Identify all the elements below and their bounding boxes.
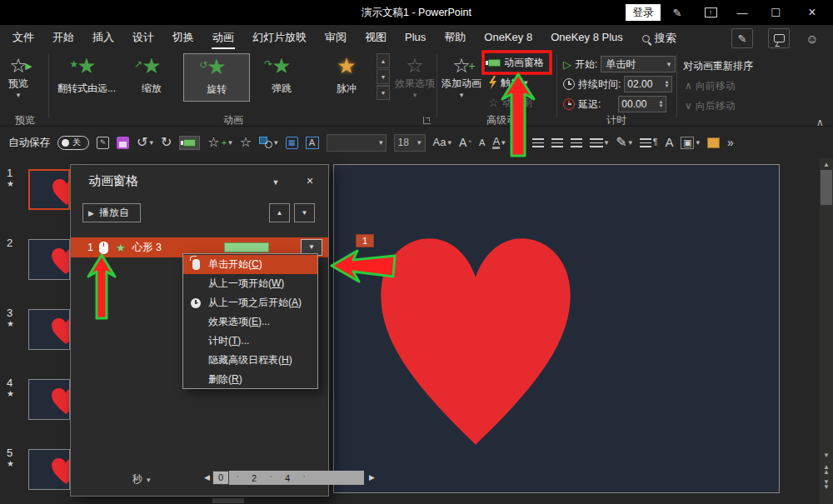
slide-thumbnail-1[interactable] <box>28 169 70 210</box>
menu-item-隐藏高级日程表[interactable]: 隐藏高级日程表(H) <box>183 351 317 370</box>
change-case-button[interactable]: Aa▾ <box>433 136 451 149</box>
horizontal-scrollbar-thumb[interactable] <box>212 498 244 503</box>
qat-add-animation-button[interactable]: ☆+▾ <box>207 136 232 149</box>
gallery-down-button[interactable]: ▼ <box>377 69 390 84</box>
save-as-button[interactable]: ✎ <box>97 137 109 149</box>
effect-options-button[interactable]: ☆ 效果选项 ▾ <box>395 55 435 99</box>
comments-button[interactable] <box>768 28 790 48</box>
feedback-smiley-button[interactable]: ☺ <box>801 28 823 48</box>
menu-item-单击开始[interactable]: 单击开始(C) <box>183 255 317 274</box>
qat-animation-pane-button[interactable] <box>179 136 200 150</box>
scroll-down-icon[interactable]: ▼ <box>820 452 833 459</box>
menu-item-删除[interactable]: 删除(R) <box>183 370 317 389</box>
undo-button[interactable]: ↺▾ <box>137 136 153 149</box>
login-button[interactable]: 登录 <box>626 4 661 21</box>
clear-format-button[interactable]: A <box>665 136 673 149</box>
tab-视图[interactable]: 视图 <box>356 25 396 52</box>
duration-spinner[interactable]: 02.00 ▲▼ <box>624 76 672 92</box>
maximize-button[interactable]: ☐ <box>761 0 790 25</box>
font-size-combo[interactable]: 18▾ <box>394 134 426 152</box>
move-earlier-button[interactable]: ∧ 向前移动 <box>685 77 736 95</box>
minimize-button[interactable]: — <box>728 0 756 25</box>
menu-item-从上一项开始[interactable]: 从上一项开始(W) <box>183 274 317 293</box>
redo-button[interactable]: ↻ <box>161 136 172 149</box>
pane-move-up-button[interactable]: ▲ <box>269 203 290 222</box>
save-button[interactable] <box>117 137 129 149</box>
tab-切换[interactable]: 切换 <box>163 25 203 52</box>
slide-thumbnail-2[interactable] <box>28 239 70 280</box>
seconds-dropdown[interactable]: 秒 ▾ <box>132 472 151 487</box>
shrink-font-button[interactable]: A <box>479 136 485 149</box>
gallery-item-弹跳[interactable]: ★↷弹跳 <box>248 53 315 102</box>
gallery-more-button[interactable]: ▼ <box>377 85 390 100</box>
scrollbar-thumb[interactable] <box>821 170 832 205</box>
slide-canvas[interactable] <box>333 164 780 493</box>
vertical-scrollbar[interactable]: ▲ ▼ ▲▲ ▼▼ <box>820 158 833 504</box>
selection-pane-button[interactable] <box>707 137 720 148</box>
present-icon[interactable]: ↑ <box>696 0 725 25</box>
gallery-item-缩放[interactable]: ★↗缩放 <box>118 53 185 102</box>
gallery-up-button[interactable]: ▲ <box>377 53 390 68</box>
font-color-button[interactable]: A▾ <box>492 136 505 149</box>
previous-slide-button[interactable]: ▲▲ <box>820 465 833 475</box>
start-combo[interactable]: 单击时 ▾ <box>601 56 676 72</box>
delay-spinner[interactable]: 00.00 ▲▼ <box>618 96 666 112</box>
slide-thumbnail-4[interactable] <box>28 379 70 420</box>
qat-screen-button[interactable]: ▦ <box>286 137 298 149</box>
tab-开始[interactable]: 开始 <box>43 25 83 52</box>
next-slide-button[interactable]: ▼▼ <box>820 480 833 490</box>
tab-插入[interactable]: 插入 <box>83 25 123 52</box>
animation-dialog-launcher-icon[interactable] <box>423 117 431 124</box>
play-from-button[interactable]: ▶ 播放自 <box>82 203 141 222</box>
tab-OneKey 8 Plus[interactable]: OneKey 8 Plus <box>541 25 632 52</box>
slide-thumbnail-3[interactable] <box>28 309 70 350</box>
ink-icon[interactable]: ✎ <box>663 0 691 25</box>
menu-item-计时[interactable]: 计时(T)... <box>183 332 317 351</box>
indent-button[interactable]: ▾ <box>590 136 609 149</box>
tab-文件[interactable]: 文件 <box>3 25 43 52</box>
tab-审阅[interactable]: 审阅 <box>316 25 356 52</box>
gallery-item-翻转式由远...[interactable]: ★★翻转式由远... <box>53 53 120 102</box>
tab-OneKey 8[interactable]: OneKey 8 <box>475 25 541 52</box>
timeline-scroll-left-icon[interactable]: ◀ <box>204 473 210 482</box>
align-center-button[interactable] <box>532 138 544 147</box>
share-annotate-button[interactable]: ✎ <box>731 28 753 48</box>
grow-font-button[interactable]: A^ <box>459 136 471 149</box>
font-name-combo[interactable]: ▾ <box>327 134 387 152</box>
scroll-up-icon[interactable]: ▲ <box>820 161 833 168</box>
spinner-arrows-icon[interactable]: ▲▼ <box>658 100 663 108</box>
line-spacing-button[interactable]: ¶ <box>640 136 657 149</box>
gallery-item-脉冲[interactable]: ★脉冲 <box>313 53 380 102</box>
move-later-button[interactable]: ∨ 向后移动 <box>685 97 736 115</box>
menu-item-从上一项之后开始[interactable]: 从上一项之后开始(A) <box>183 293 317 312</box>
tab-动画[interactable]: 动画 <box>203 25 243 52</box>
qat-more-button[interactable]: » <box>727 136 734 149</box>
tab-Plus[interactable]: Plus <box>396 25 435 52</box>
close-button[interactable]: × <box>798 0 826 25</box>
align-left-button[interactable] <box>513 138 525 147</box>
qat-preview-button[interactable]: ☆ <box>240 136 252 149</box>
animation-pane-button[interactable]: 动画窗格 <box>488 53 544 72</box>
slide-thumbnail-5[interactable] <box>28 449 70 490</box>
timeline-scroll-right-icon[interactable]: ▶ <box>369 473 375 482</box>
gallery-item-旋转[interactable]: ★↺旋转 <box>183 53 250 102</box>
timeline-scale[interactable]: 0'2'4' <box>212 471 364 485</box>
spinner-arrows-icon[interactable]: ▲▼ <box>664 80 669 88</box>
pane-close-button[interactable]: × <box>302 172 318 189</box>
heart-shape[interactable] <box>375 232 576 458</box>
justify-button[interactable] <box>571 138 582 147</box>
qat-textbox-button[interactable]: A <box>306 137 319 149</box>
preview-button[interactable]: ☆▶ 预览 ▾ <box>8 55 28 99</box>
pane-move-down-button[interactable]: ▼ <box>294 203 315 222</box>
animation-painter-button[interactable]: ☆ 动画刷 <box>488 93 532 112</box>
qat-shapes-button[interactable]: ▾ <box>259 136 278 149</box>
autosave-toggle[interactable]: 关 <box>57 136 89 150</box>
tab-幻灯片放映[interactable]: 幻灯片放映 <box>243 25 316 52</box>
tab-帮助[interactable]: 帮助 <box>435 25 475 52</box>
animation-order-badge[interactable]: 1 <box>356 234 374 247</box>
pane-menu-button[interactable]: ▼ <box>267 175 284 190</box>
menu-item-效果选项[interactable]: 效果选项(E)... <box>183 312 317 332</box>
tab-设计[interactable]: 设计 <box>123 25 163 52</box>
add-animation-button[interactable]: ☆+ 添加动画 ▾ <box>441 55 481 99</box>
search-box[interactable]: 搜索 <box>642 31 676 46</box>
